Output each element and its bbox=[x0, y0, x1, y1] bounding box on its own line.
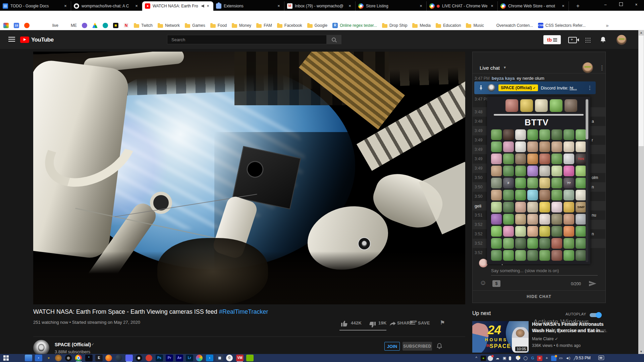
lightroom-app-icon[interactable]: Lr bbox=[186, 355, 193, 361]
emoji-picker-icon[interactable]: ☺ bbox=[480, 279, 486, 287]
epic-games-app-icon[interactable]: E bbox=[95, 355, 103, 361]
emote[interactable] bbox=[515, 166, 526, 176]
emote[interactable] bbox=[551, 178, 562, 188]
teamviewer-tray-icon[interactable] bbox=[551, 356, 556, 361]
emote[interactable] bbox=[564, 238, 574, 249]
browser-tab[interactable]: TODO - Google Docs× bbox=[0, 1, 71, 11]
bookmark-item[interactable]: CSSCSS Selectors Refer... bbox=[538, 23, 586, 28]
like-icon[interactable] bbox=[341, 320, 348, 327]
emote[interactable] bbox=[551, 166, 562, 176]
browser-tab[interactable]: wompmacho/live-chat: A C× bbox=[71, 1, 142, 11]
scrollbar-down-arrow[interactable]: ▼ bbox=[638, 349, 644, 354]
voicemeeter-tray-icon[interactable]: ≡ bbox=[537, 356, 542, 361]
tray-chevron-icon[interactable]: ^ bbox=[474, 356, 479, 361]
emote[interactable] bbox=[491, 226, 502, 237]
youtube-logo-text[interactable]: YouTube bbox=[31, 37, 54, 43]
emote[interactable]: SIMP bbox=[576, 202, 586, 213]
emote[interactable] bbox=[491, 202, 502, 213]
bookmark-folder[interactable]: Money bbox=[232, 23, 251, 28]
emote[interactable] bbox=[539, 190, 550, 200]
guide-menu-icon[interactable] bbox=[8, 37, 15, 42]
spiky-app-icon[interactable]: * bbox=[85, 355, 93, 361]
emote[interactable] bbox=[564, 226, 574, 237]
chat-menu-icon[interactable]: ⋮ bbox=[599, 64, 605, 71]
browser-tab[interactable]: LIVE CHAT - Chrome We× bbox=[427, 1, 498, 11]
chevron-down-icon[interactable]: ▾ bbox=[504, 65, 506, 70]
live-chat-header[interactable]: Live chat bbox=[480, 65, 500, 71]
emote[interactable] bbox=[527, 141, 538, 152]
emote[interactable] bbox=[551, 250, 562, 261]
tubebuddy-button[interactable]: tb bbox=[543, 35, 561, 44]
box-tray-icon[interactable]: ▣ bbox=[502, 356, 507, 361]
emote[interactable] bbox=[576, 166, 586, 176]
emote[interactable] bbox=[576, 214, 586, 225]
bttv-emote-picker[interactable]: BTTV TOSF??SIMP bbox=[487, 97, 590, 264]
emote[interactable] bbox=[564, 154, 574, 164]
picker-scrollbar-thumb[interactable] bbox=[586, 99, 588, 139]
save-button[interactable]: SAVE bbox=[418, 320, 430, 325]
emote[interactable] bbox=[503, 202, 514, 213]
suggestion-channel[interactable]: Marie Claire ✓ bbox=[532, 337, 558, 341]
emote[interactable] bbox=[551, 141, 562, 152]
volume-tray-icon[interactable]: ◄) bbox=[565, 356, 571, 361]
bookmark-folder[interactable]: Google bbox=[307, 23, 328, 28]
join-button[interactable]: JOIN bbox=[384, 342, 400, 351]
emote[interactable] bbox=[503, 166, 514, 176]
emote[interactable] bbox=[564, 166, 574, 176]
bookmark-folder[interactable]: Network bbox=[158, 23, 180, 28]
emote[interactable] bbox=[576, 141, 586, 152]
emote[interactable] bbox=[527, 154, 538, 164]
channel-bell-icon[interactable] bbox=[436, 343, 443, 349]
cloud-tray-icon[interactable]: ☁ bbox=[495, 356, 500, 361]
tab-close-icon[interactable]: × bbox=[347, 3, 353, 9]
emote[interactable] bbox=[539, 238, 550, 249]
vscode-app-icon[interactable]: ‹ bbox=[206, 355, 213, 361]
emote[interactable] bbox=[551, 129, 562, 140]
emote[interactable] bbox=[515, 238, 526, 249]
bookmark-item[interactable]: ME bbox=[63, 23, 77, 28]
emote[interactable] bbox=[551, 214, 562, 225]
channel-watermark[interactable] bbox=[358, 237, 371, 250]
recent-emote[interactable] bbox=[565, 99, 577, 112]
youtube-logo-icon[interactable] bbox=[20, 37, 29, 43]
apps-grid-icon[interactable] bbox=[585, 37, 590, 43]
aftereffects-app-icon[interactable]: Ae bbox=[176, 355, 183, 361]
chevrons-app-icon[interactable]: » bbox=[45, 355, 52, 361]
emote[interactable] bbox=[551, 202, 562, 213]
emote[interactable] bbox=[491, 190, 502, 200]
emote[interactable] bbox=[539, 129, 550, 140]
hashtag-link[interactable]: #RealTimeTracker bbox=[219, 308, 268, 315]
emote[interactable] bbox=[503, 214, 514, 225]
chat-user-avatar[interactable] bbox=[582, 62, 593, 73]
hide-chat-button[interactable]: HIDE CHAT bbox=[472, 294, 606, 299]
logitech-tray-icon[interactable]: G bbox=[530, 356, 535, 361]
bookmark-folder[interactable]: Music bbox=[466, 23, 484, 28]
voicemeeter-app-icon[interactable]: VM bbox=[236, 355, 244, 361]
start-button[interactable] bbox=[3, 355, 9, 361]
discord-app-icon[interactable] bbox=[125, 355, 133, 361]
emote[interactable] bbox=[515, 214, 526, 225]
emote[interactable] bbox=[527, 190, 538, 200]
emote[interactable] bbox=[539, 214, 550, 225]
bookmark-item[interactable] bbox=[103, 23, 108, 28]
picker-horizontal-scrollbar[interactable] bbox=[494, 114, 584, 116]
maps-app-icon[interactable]: ◉ bbox=[136, 355, 142, 361]
emote[interactable] bbox=[515, 250, 526, 261]
browser-tab[interactable]: Chrome Web Store - emot× bbox=[498, 1, 569, 11]
bookmark-item[interactable] bbox=[3, 23, 9, 28]
create-video-icon[interactable] bbox=[568, 37, 577, 43]
emote[interactable] bbox=[515, 226, 526, 237]
emote[interactable] bbox=[539, 141, 550, 152]
emote[interactable] bbox=[564, 250, 574, 261]
emote[interactable] bbox=[551, 226, 562, 237]
share-icon[interactable] bbox=[389, 320, 396, 326]
file-explorer-icon[interactable] bbox=[25, 355, 32, 361]
window-maximize-button[interactable] bbox=[613, 0, 629, 10]
bookmarks-overflow-chevron[interactable]: » bbox=[606, 22, 608, 28]
emote[interactable] bbox=[551, 238, 562, 249]
emote[interactable] bbox=[551, 154, 562, 164]
obs-app-icon[interactable]: ◎ bbox=[65, 355, 72, 361]
emote[interactable] bbox=[539, 154, 550, 164]
browser-tab[interactable]: Extensions× bbox=[213, 1, 284, 11]
emote[interactable] bbox=[515, 202, 526, 213]
